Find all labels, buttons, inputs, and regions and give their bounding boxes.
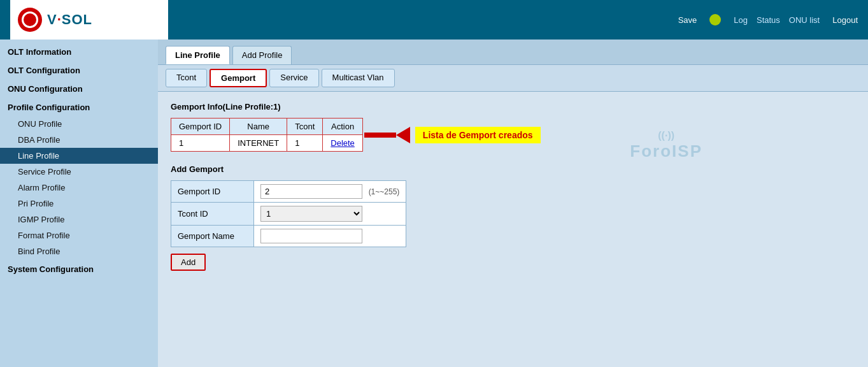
cell-gemport-id: 1 xyxy=(171,135,230,152)
status-dot-icon xyxy=(709,14,721,25)
col-name: Name xyxy=(230,119,287,135)
tab-gemport[interactable]: Gemport xyxy=(210,69,267,87)
sidebar-item-sys-config[interactable]: System Configuration xyxy=(0,259,158,278)
sidebar-item-onu-profile[interactable]: ONU Profile xyxy=(0,116,158,132)
form-label-gemport-name: Gemport Name xyxy=(171,226,254,247)
annotation-container: Lista de Gemport creados xyxy=(364,127,541,143)
sidebar-item-olt-config[interactable]: OLT Configuration xyxy=(0,61,158,79)
gemport-name-input[interactable] xyxy=(260,229,362,243)
annotation-label: Lista de Gemport creados xyxy=(415,127,541,143)
logo-text: V·SOL xyxy=(47,11,92,28)
tab-line-profile[interactable]: Line Profile xyxy=(166,46,230,64)
logo-area: V·SOL xyxy=(10,0,168,40)
form-row-gemport-name: Gemport Name xyxy=(171,226,406,247)
form-label-tcont-id: Tcont ID xyxy=(171,203,254,226)
sidebar: OLT Information OLT Configuration ONU Co… xyxy=(0,40,158,367)
add-gemport-form: Gemport ID (1~~255) Tcont ID 1 xyxy=(171,180,406,247)
table-row: 1 INTERNET 1 Delete xyxy=(171,135,363,152)
cell-name: INTERNET xyxy=(230,135,287,152)
cell-action: Delete xyxy=(323,135,363,152)
col-gemport-id: Gemport ID xyxy=(171,119,230,135)
tab-service[interactable]: Service xyxy=(269,69,318,87)
status-link[interactable]: Status xyxy=(757,15,780,25)
header-right: Save Log Status ONU list Logout xyxy=(678,14,858,25)
tab-add-profile[interactable]: Add Profile xyxy=(232,46,292,64)
onu-list-link[interactable]: ONU list xyxy=(789,15,820,25)
main-layout: OLT Information OLT Configuration ONU Co… xyxy=(0,40,868,367)
gemport-info-title: Gemport Info(Line Profile:1) xyxy=(171,102,855,112)
form-row-gemport-id: Gemport ID (1~~255) xyxy=(171,181,406,203)
gemport-id-input[interactable] xyxy=(260,184,362,199)
delete-link[interactable]: Delete xyxy=(331,138,355,148)
vsol-logo-icon xyxy=(18,8,42,32)
form-cell-gemport-name xyxy=(254,226,406,247)
sidebar-item-olt-info[interactable]: OLT Information xyxy=(0,42,158,61)
log-link[interactable]: Log xyxy=(734,15,748,25)
sidebar-item-igmp-profile[interactable]: IGMP Profile xyxy=(0,212,158,227)
sidebar-item-profile-config[interactable]: Profile Configuration xyxy=(0,97,158,116)
form-cell-gemport-id: (1~~255) xyxy=(254,181,406,203)
sidebar-item-alarm-profile[interactable]: Alarm Profile xyxy=(0,180,158,196)
content-area: Gemport Info(Line Profile:1) Gemport ID … xyxy=(158,92,868,281)
form-label-gemport-id: Gemport ID xyxy=(171,181,254,203)
sidebar-item-pri-profile[interactable]: Pri Profile xyxy=(0,196,158,212)
add-gemport-title: Add Gemport xyxy=(171,164,855,174)
top-tab-bar: Line Profile Add Profile xyxy=(158,40,868,65)
tab-tcont[interactable]: Tcont xyxy=(166,69,207,87)
arrow-head-left xyxy=(396,127,410,143)
sidebar-item-line-profile[interactable]: Line Profile xyxy=(0,148,158,164)
tab-multicast-vlan[interactable]: Multicast Vlan xyxy=(322,69,395,87)
col-action: Action xyxy=(323,119,363,135)
header: V·SOL Save Log Status ONU list Logout xyxy=(0,0,868,40)
table-annotation-row: Gemport ID Name Tcont Action 1 INTERNET … xyxy=(171,118,855,152)
gemport-table: Gemport ID Name Tcont Action 1 INTERNET … xyxy=(171,118,363,152)
gemport-id-range: (1~~255) xyxy=(369,187,400,196)
sidebar-item-onu-config[interactable]: ONU Configuration xyxy=(0,79,158,97)
form-row-tcont-id: Tcont ID 1 xyxy=(171,203,406,226)
content: Line Profile Add Profile Tcont Gemport S… xyxy=(158,40,868,367)
form-cell-tcont-id: 1 xyxy=(254,203,406,226)
sidebar-item-bind-profile[interactable]: Bind Profile xyxy=(0,243,158,259)
sidebar-item-service-profile[interactable]: Service Profile xyxy=(0,164,158,180)
tcont-id-select[interactable]: 1 xyxy=(260,206,362,222)
logout-button[interactable]: Logout xyxy=(832,15,858,25)
save-label: Save xyxy=(678,15,697,25)
sidebar-item-format-profile[interactable]: Format Profile xyxy=(0,227,158,243)
arrow-shaft xyxy=(364,133,396,138)
sidebar-item-dba-profile[interactable]: DBA Profile xyxy=(0,132,158,148)
header-links: Log Status ONU list xyxy=(734,15,820,25)
sub-tab-bar: Tcont Gemport Service Multicast Vlan xyxy=(158,65,868,92)
add-button[interactable]: Add xyxy=(171,254,206,271)
cell-tcont: 1 xyxy=(287,135,323,152)
col-tcont: Tcont xyxy=(287,119,323,135)
